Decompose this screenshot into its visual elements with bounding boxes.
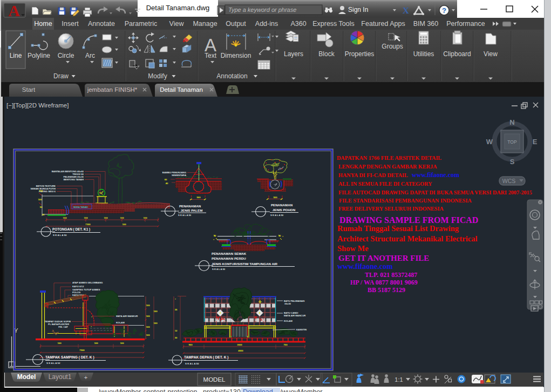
svg-text:FILE AUTOCAD DRAWING DAPAT DI: FILE AUTOCAD DRAWING DAPAT DI BUKA SEMUA… bbox=[338, 190, 532, 195]
svg-text:Arc: Arc bbox=[85, 52, 95, 59]
svg-text:PENANAMAN PERDU: PENANAMAN PERDU bbox=[212, 256, 246, 260]
svg-text:KOLAM: KOLAM bbox=[284, 320, 292, 322]
svg-text:KAYU 6/12: KAYU 6/12 bbox=[72, 285, 84, 288]
svg-text:Type a keyword or phrase: Type a keyword or phrase bbox=[228, 6, 296, 13]
svg-text:BENTONG TANAH: BENTONG TANAH bbox=[64, 178, 84, 181]
svg-text:S K A L A 50: S K A L A 50 bbox=[212, 268, 226, 271]
svg-text:Model: Model bbox=[17, 373, 36, 381]
svg-text:product=130: product=130 bbox=[203, 388, 241, 392]
svg-text:JENIS KONTUR/SISTIM TAMPUNGAN: JENIS KONTUR/SISTIM TAMPUNGAN AIR bbox=[212, 262, 278, 266]
svg-text:Detail Tanaman: Detail Tanaman bbox=[160, 86, 203, 93]
svg-text:Start: Start bbox=[22, 86, 36, 93]
svg-text:35: 35 bbox=[175, 308, 178, 311]
svg-text:Line: Line bbox=[10, 52, 22, 59]
svg-text:100: 100 bbox=[146, 334, 151, 336]
svg-text:PENANAMAN: PENANAMAN bbox=[271, 203, 293, 207]
svg-text:Show Me: Show Me bbox=[337, 244, 369, 253]
svg-text:100: 100 bbox=[94, 342, 99, 344]
svg-text:100: 100 bbox=[154, 322, 158, 325]
svg-text:TLP. 021 85372487: TLP. 021 85372487 bbox=[365, 271, 417, 279]
svg-text:JENIS PALEM: JENIS PALEM bbox=[181, 208, 203, 212]
svg-text:FIN. CAT: FIN. CAT bbox=[58, 326, 68, 328]
svg-text:?: ? bbox=[442, 6, 446, 15]
svg-text:Dimension: Dimension bbox=[221, 52, 251, 59]
svg-text:E: E bbox=[533, 138, 538, 146]
svg-text:PENANAMAN SEMAK: PENANAMAN SEMAK bbox=[212, 252, 247, 255]
svg-text:50: 50 bbox=[40, 206, 43, 208]
svg-text:30: 30 bbox=[42, 213, 45, 216]
svg-text:Groups: Groups bbox=[382, 43, 403, 50]
svg-text:Properties: Properties bbox=[345, 50, 375, 58]
svg-text:Architect Structural Mekanikal: Architect Structural Mekanikal Electrica… bbox=[337, 234, 477, 243]
svg-text:Y: Y bbox=[14, 327, 18, 334]
svg-text:*: * bbox=[175, 298, 176, 301]
svg-text:30x30: 30x30 bbox=[284, 302, 291, 305]
svg-text:TAMPAK SAMPING ( DET. K ): TAMPAK SAMPING ( DET. K ) bbox=[45, 355, 94, 360]
svg-text:100: 100 bbox=[39, 190, 44, 192]
svg-text:900: 900 bbox=[189, 343, 193, 346]
svg-text:Modify: Modify bbox=[148, 72, 167, 80]
svg-text:Draw: Draw bbox=[53, 72, 69, 80]
svg-text:100: 100 bbox=[154, 310, 158, 313]
svg-text:Annotate: Annotate bbox=[88, 20, 115, 28]
svg-text:X: X bbox=[403, 5, 410, 16]
svg-text:POTONGAN ( DET. K1 ): POTONGAN ( DET. K1 ) bbox=[52, 227, 90, 232]
svg-text:Download: Download bbox=[243, 388, 273, 392]
svg-text:500: 500 bbox=[274, 196, 278, 199]
svg-text:12: 12 bbox=[175, 329, 178, 332]
svg-text:S K A L A 50: S K A L A 50 bbox=[178, 214, 192, 217]
svg-text:MODEL: MODEL bbox=[203, 376, 226, 383]
svg-text:BIM 360: BIM 360 bbox=[413, 20, 439, 28]
svg-text:W: W bbox=[486, 138, 493, 146]
svg-text:www.fifaone.com: www.fifaone.com bbox=[337, 262, 393, 271]
svg-text:4000: 4000 bbox=[238, 349, 243, 352]
svg-text:TAMPAK DEPAN ( DET. K ): TAMPAK DEPAN ( DET. K ) bbox=[184, 355, 228, 360]
svg-text:Sign In: Sign In bbox=[348, 6, 368, 13]
svg-text:*: * bbox=[91, 326, 92, 328]
svg-text:HP / WA 0877 8001 9069: HP / WA 0877 8001 9069 bbox=[350, 279, 418, 286]
svg-text:30: 30 bbox=[278, 234, 281, 237]
svg-text:100: 100 bbox=[146, 326, 151, 328]
svg-text:SEMENTARA: SEMENTARA bbox=[172, 174, 186, 177]
svg-text:jembatan FINISH*: jembatan FINISH* bbox=[87, 86, 138, 93]
svg-text:100: 100 bbox=[146, 315, 151, 317]
svg-text:Annotation: Annotation bbox=[216, 72, 247, 80]
svg-text:*: * bbox=[91, 316, 92, 319]
svg-text:MATA AIR MANKUR: MATA AIR MANKUR bbox=[116, 315, 138, 317]
svg-text:S K A L A 50: S K A L A 50 bbox=[185, 362, 199, 365]
svg-text:|wuoyMember-content-protection: |wuoyMember-content-protection bbox=[99, 388, 198, 392]
svg-text:40: 40 bbox=[166, 182, 168, 185]
svg-text:+: + bbox=[84, 374, 87, 381]
svg-text:www.fifaone.com: www.fifaone.com bbox=[412, 171, 459, 179]
svg-text:Output: Output bbox=[226, 20, 246, 28]
svg-text:Utilities: Utilities bbox=[413, 50, 434, 58]
svg-text:Layout1: Layout1 bbox=[49, 373, 72, 381]
svg-text:Home: Home bbox=[34, 20, 52, 28]
svg-text:Performance: Performance bbox=[446, 20, 485, 28]
svg-text:KANSTIN: KANSTIN bbox=[296, 328, 307, 331]
svg-text:/wuoyMember-: /wuoyMember- bbox=[280, 388, 325, 392]
svg-text:DAPATKAN 1766 FILE ARSITEK DET: DAPATKAN 1766 FILE ARSITEK DETAIL bbox=[337, 155, 441, 161]
svg-text:100: 100 bbox=[38, 198, 43, 201]
svg-text:7500: 7500 bbox=[79, 349, 85, 352]
svg-text:Block: Block bbox=[318, 50, 335, 58]
svg-text:DRAWING SAMPLE FROM FICAD: DRAWING SAMPLE FROM FICAD bbox=[339, 215, 478, 225]
svg-text:ATAP ASBES GELOMBANG: ATAP ASBES GELOMBANG bbox=[72, 281, 103, 284]
svg-text:Text: Text bbox=[205, 52, 217, 59]
svg-text:30: 30 bbox=[214, 234, 216, 237]
svg-text:Add-ins: Add-ins bbox=[255, 20, 278, 28]
svg-text:Express Tools: Express Tools bbox=[312, 20, 355, 28]
svg-text:PENANAMAN: PENANAMAN bbox=[179, 204, 201, 208]
svg-text:7300: 7300 bbox=[85, 223, 91, 226]
svg-text:Circle: Circle bbox=[58, 52, 74, 59]
svg-text:500: 500 bbox=[197, 196, 201, 199]
svg-text:100: 100 bbox=[120, 342, 125, 344]
svg-text:3600: 3600 bbox=[237, 343, 242, 346]
svg-text:HANYA DI FI-CAD DETAIL: HANYA DI FI-CAD DETAIL bbox=[338, 172, 408, 178]
svg-text:TOP: TOP bbox=[507, 139, 517, 145]
svg-text:S K A L A 50: S K A L A 50 bbox=[270, 214, 284, 217]
svg-text:Parametric: Parametric bbox=[125, 20, 157, 28]
svg-text:S K A L A 50: S K A L A 50 bbox=[53, 234, 67, 236]
svg-text:100: 100 bbox=[58, 342, 62, 344]
svg-text:60: 60 bbox=[165, 178, 167, 181]
